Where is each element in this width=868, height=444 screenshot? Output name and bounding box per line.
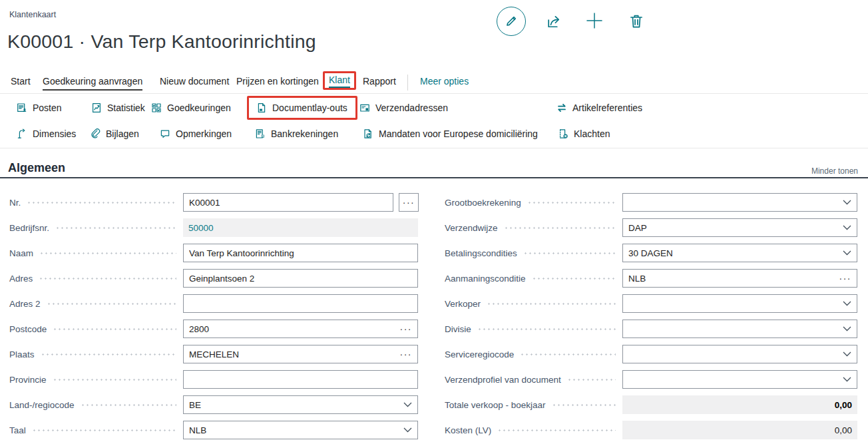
taal-field[interactable]: NLB bbox=[183, 421, 418, 439]
menu-tab-meer-opties[interactable]: Meer opties bbox=[420, 76, 469, 87]
form-column-right: GrootboekrekeningVerzendwijzeDAPBetaling… bbox=[445, 193, 857, 444]
action-menu-bar: StartGoedkeuring aanvragenNieuw document… bbox=[0, 75, 868, 92]
field-control: 2800··· bbox=[183, 320, 418, 338]
field-label: Plaats bbox=[9, 349, 35, 359]
menu-tab-label: Prijzen en kortingen bbox=[236, 76, 319, 87]
land-regiocode-field[interactable]: BE bbox=[183, 395, 418, 414]
dotted-leader bbox=[523, 252, 616, 254]
edit-button[interactable] bbox=[497, 7, 526, 36]
aanmaningsconditie-field[interactable]: NLB··· bbox=[622, 269, 857, 288]
dotted-leader bbox=[520, 353, 616, 355]
attachments-icon bbox=[90, 128, 101, 139]
ellipsis-lookup-icon[interactable]: ··· bbox=[400, 324, 413, 334]
divisie-field[interactable] bbox=[622, 320, 857, 338]
menu-tab-start[interactable]: Start bbox=[11, 76, 31, 87]
action-klachten[interactable]: Klachten bbox=[558, 128, 610, 139]
dotted-leader bbox=[527, 202, 616, 204]
action-posten[interactable]: Posten bbox=[17, 103, 62, 113]
naam-field[interactable]: Van Terp Kantoorinrichting bbox=[183, 244, 418, 262]
serviceregiocode-field[interactable] bbox=[622, 345, 857, 363]
menu-tab-prijzen-en-kortingen[interactable]: Prijzen en kortingen bbox=[236, 76, 319, 87]
menu-tab-goedkeuring-aanvragen[interactable]: Goedkeuring aanvragen bbox=[43, 76, 142, 87]
action-opmerkingen[interactable]: Opmerkingen bbox=[160, 128, 232, 139]
action-verzendadressen[interactable]: Verzendadressen bbox=[359, 103, 448, 113]
bedrijfsnr-field[interactable]: 50000 bbox=[183, 218, 418, 237]
chevron-down-icon[interactable] bbox=[843, 326, 851, 332]
ellipsis-lookup-icon[interactable]: ··· bbox=[400, 349, 413, 359]
plaats-field[interactable]: MECHELEN··· bbox=[183, 345, 418, 363]
dotted-leader bbox=[39, 278, 176, 280]
verkoper-field[interactable] bbox=[622, 294, 857, 313]
dotted-leader bbox=[27, 202, 176, 204]
chevron-down-icon[interactable] bbox=[843, 351, 851, 357]
field-control bbox=[622, 320, 857, 338]
action-goedkeuringen[interactable]: Goedkeuringen bbox=[151, 103, 231, 113]
section-header-algemeen[interactable]: Algemeen bbox=[8, 161, 65, 175]
action-documentlay-outs[interactable]: Documentlay-outs bbox=[247, 96, 357, 120]
breadcrumb[interactable]: Klantenkaart bbox=[9, 10, 56, 19]
share-button[interactable] bbox=[546, 13, 562, 29]
action-dimensies[interactable]: Dimensies bbox=[17, 128, 76, 139]
action-label: Documentlay-outs bbox=[272, 103, 347, 113]
divider-line bbox=[0, 148, 868, 148]
postcode-field[interactable]: 2800··· bbox=[183, 320, 418, 338]
field-control: 50000 bbox=[183, 218, 418, 237]
chevron-down-icon[interactable] bbox=[843, 301, 851, 306]
field-value: 2800 bbox=[189, 324, 396, 334]
field-value: NLB bbox=[628, 274, 835, 284]
betalingscondities-field[interactable]: 30 DAGEN bbox=[622, 244, 857, 262]
field-control: 30 DAGEN bbox=[622, 244, 857, 262]
verzendwijze-field[interactable]: DAP bbox=[622, 218, 857, 237]
ellipsis-lookup-icon[interactable]: ··· bbox=[839, 273, 852, 284]
nr-field-assist-button[interactable]: ··· bbox=[399, 193, 419, 212]
grootboekrekening-field[interactable] bbox=[622, 193, 857, 212]
chevron-down-icon[interactable] bbox=[403, 427, 412, 433]
show-less-link[interactable]: Minder tonen bbox=[811, 166, 858, 176]
field-control bbox=[622, 294, 857, 313]
verzendprofiel-field[interactable] bbox=[622, 370, 857, 389]
dotted-leader bbox=[39, 252, 176, 254]
chevron-down-icon[interactable] bbox=[843, 377, 851, 382]
field-row: NaamVan Terp Kantoorinrichting bbox=[9, 244, 418, 262]
new-button[interactable] bbox=[586, 12, 603, 29]
chevron-down-icon[interactable] bbox=[843, 225, 851, 230]
field-value: NLB bbox=[189, 425, 399, 435]
field-value: 0,00 bbox=[628, 425, 852, 435]
field-value: 50000 bbox=[188, 223, 413, 233]
ribbon-row-1: PostenStatistiekGoedkeuringenDocumentlay… bbox=[0, 97, 868, 124]
dimensions-icon bbox=[17, 128, 27, 139]
delete-button[interactable] bbox=[628, 13, 644, 29]
menu-tab-klant[interactable]: Klant bbox=[323, 71, 356, 90]
field-control bbox=[622, 370, 857, 389]
chevron-down-icon[interactable] bbox=[843, 200, 851, 205]
action-mandaten-voor-europese-domiciliëring[interactable]: Mandaten voor Europese domiciliëring bbox=[363, 128, 538, 139]
dotted-leader bbox=[532, 278, 616, 280]
action-bankrekeningen[interactable]: Bankrekeningen bbox=[255, 128, 338, 139]
action-artikelreferenties[interactable]: Artikelreferenties bbox=[556, 103, 642, 113]
divider-line bbox=[0, 93, 868, 94]
provincie-field[interactable] bbox=[183, 370, 418, 389]
action-label: Bijlagen bbox=[106, 128, 139, 139]
field-label: Betalingscondities bbox=[445, 248, 517, 258]
field-value: MECHELEN bbox=[189, 349, 396, 359]
dotted-leader bbox=[32, 429, 176, 431]
menu-tab-rapport[interactable]: Rapport bbox=[363, 76, 396, 87]
action-bijlagen[interactable]: Bijlagen bbox=[90, 128, 139, 139]
field-label: Postcode bbox=[9, 324, 47, 334]
menu-tab-nieuw-document[interactable]: Nieuw document bbox=[160, 76, 229, 87]
nr-field[interactable]: K00001 bbox=[183, 193, 393, 212]
field-row: Verkoper bbox=[445, 294, 857, 313]
field-control: Geinplantsoen 2 bbox=[183, 269, 418, 288]
entries-icon bbox=[17, 103, 27, 113]
action-statistiek[interactable]: Statistiek bbox=[91, 103, 145, 113]
adres-field[interactable]: Geinplantsoen 2 bbox=[183, 269, 418, 288]
field-row: Totale verkoop - boekjaar0,00 bbox=[445, 395, 857, 414]
field-label: Naam bbox=[9, 248, 33, 258]
menu-tab-label: Klant bbox=[329, 75, 350, 88]
complaints-icon bbox=[558, 128, 568, 139]
adres2-field[interactable] bbox=[183, 294, 418, 313]
chevron-down-icon[interactable] bbox=[843, 250, 851, 256]
field-control bbox=[622, 345, 857, 363]
field-row: Land-/regiocodeBE bbox=[9, 395, 418, 414]
chevron-down-icon[interactable] bbox=[403, 402, 412, 407]
